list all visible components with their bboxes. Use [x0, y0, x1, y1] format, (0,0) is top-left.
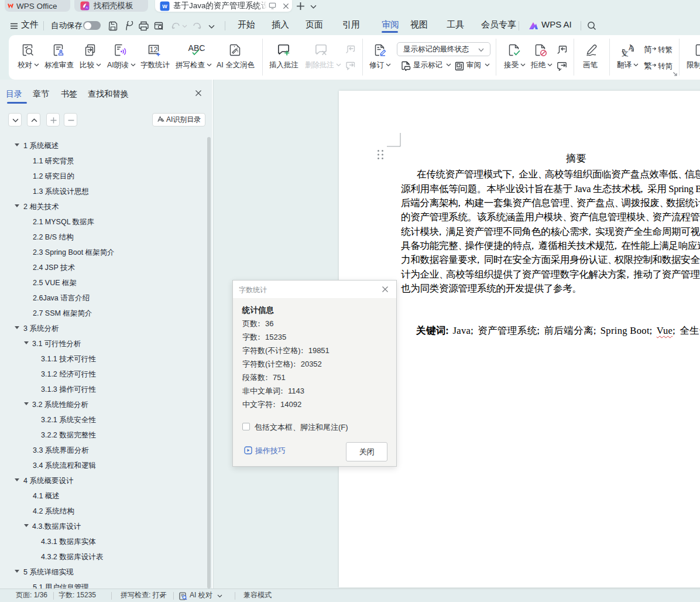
- svg-text:12: 12: [150, 46, 158, 54]
- svg-text:W: W: [162, 4, 167, 9]
- svg-text:AI: AI: [85, 6, 88, 9]
